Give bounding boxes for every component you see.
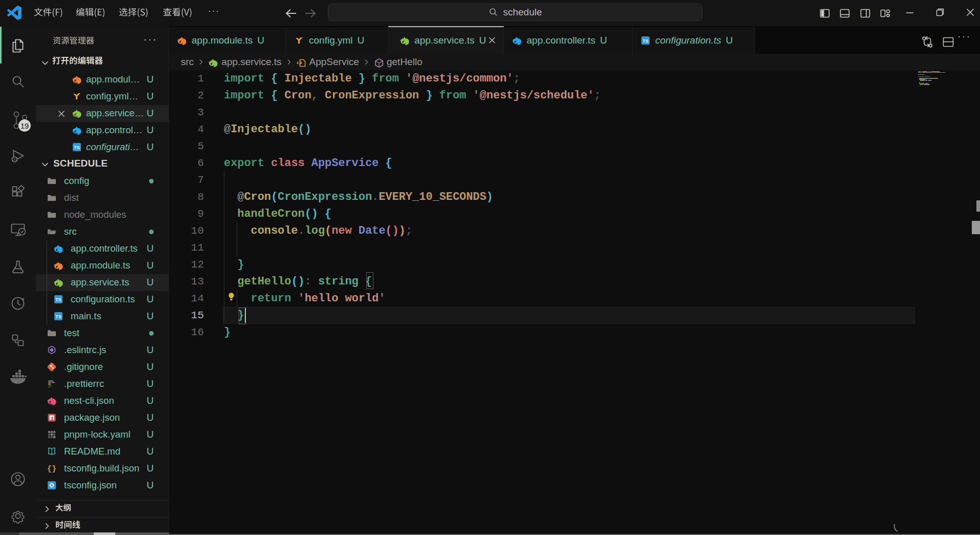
- svg-text:{}: {}: [47, 465, 56, 474]
- svg-text:TS: TS: [55, 314, 61, 319]
- svg-text:TS: TS: [74, 145, 80, 150]
- svg-text:TS: TS: [55, 297, 61, 302]
- svg-text:TS: TS: [642, 38, 649, 44]
